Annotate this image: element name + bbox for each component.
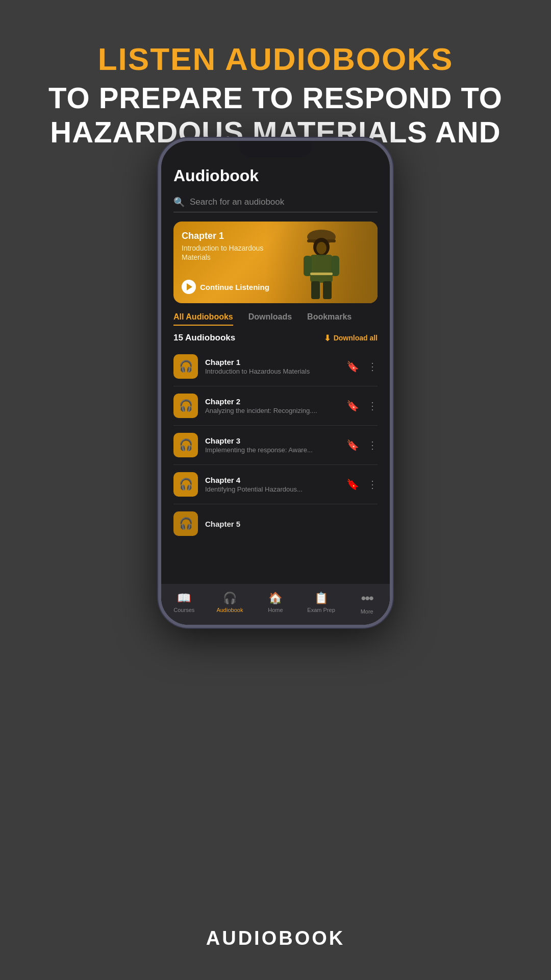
side-button-mute	[158, 223, 159, 248]
phone-frame: Audiobook 🔍 Search for an audiobook	[158, 138, 393, 628]
search-icon: 🔍	[173, 197, 185, 208]
play-icon	[187, 283, 192, 290]
banner-text: Chapter 1 Introduction to Hazardous Mate…	[182, 231, 273, 262]
chapter-thumb-1: 🎧	[173, 354, 198, 379]
chapter-actions-3: 🔖 ⋮	[346, 439, 378, 451]
tabs-container: All Audiobooks Downloads Bookmarks	[161, 303, 390, 326]
home-icon: 🏠	[268, 592, 282, 605]
notch	[240, 141, 311, 157]
chapter-item-5[interactable]: 🎧 Chapter 5	[161, 504, 390, 536]
play-button-circle	[182, 280, 196, 294]
banner[interactable]: Chapter 1 Introduction to Hazardous Mate…	[173, 222, 378, 303]
chapter-info-1: Chapter 1 Introduction to Hazardous Mate…	[205, 358, 339, 375]
bookmark-icon-2[interactable]: 🔖	[346, 400, 359, 412]
exam-prep-icon: 📋	[314, 592, 328, 605]
side-button-vol-up	[158, 258, 159, 299]
chapter-name-5: Chapter 5	[205, 520, 378, 528]
bookmark-icon-3[interactable]: 🔖	[346, 439, 359, 451]
svg-rect-6	[311, 281, 320, 299]
app-title: Audiobook	[173, 166, 378, 185]
banner-title: Introduction to Hazardous Materials	[182, 243, 273, 262]
chapter-thumb-4: 🎧	[173, 472, 198, 497]
chapter-info-2: Chapter 2 Analyzing the incident: Recogn…	[205, 397, 339, 414]
download-all-button[interactable]: ⬇ Download all	[324, 333, 378, 343]
audiobook-icon: 🎧	[223, 592, 237, 605]
headphone-icon-2: 🎧	[179, 399, 193, 412]
continue-listening-button[interactable]: Continue Listening	[182, 280, 269, 294]
search-bar[interactable]: 🔍 Search for an audiobook	[173, 197, 378, 212]
headphone-icon-3: 🎧	[179, 438, 193, 452]
more-dots-1[interactable]: ⋮	[367, 360, 378, 373]
nav-more[interactable]: ••• More	[352, 590, 382, 615]
headphone-icon-1: 🎧	[179, 360, 193, 373]
chapter-name-4: Chapter 4	[205, 476, 339, 484]
more-dots-2[interactable]: ⋮	[367, 400, 378, 412]
tab-all-audiobooks[interactable]: All Audiobooks	[173, 312, 233, 326]
nav-audiobook[interactable]: 🎧 Audiobook	[214, 592, 245, 613]
bottom-label: AUDIOBOOK	[0, 927, 551, 949]
phone-screen: Audiobook 🔍 Search for an audiobook	[161, 141, 390, 625]
chapter-thumb-3: 🎧	[173, 433, 198, 457]
chapter-item-4[interactable]: 🎧 Chapter 4 Identifying Potential Hazard…	[173, 465, 378, 504]
headphone-icon-4: 🎧	[179, 478, 193, 491]
chapter-info-5: Chapter 5	[205, 520, 378, 528]
continue-text: Continue Listening	[200, 283, 269, 291]
banner-chapter: Chapter 1	[182, 231, 273, 241]
nav-home[interactable]: 🏠 Home	[260, 592, 291, 613]
more-label: More	[361, 608, 373, 615]
audiobooks-count: 15 Audiobooks	[173, 333, 235, 343]
chapter-name-1: Chapter 1	[205, 358, 339, 366]
chapter-actions-2: 🔖 ⋮	[346, 400, 378, 412]
more-dots-3[interactable]: ⋮	[367, 439, 378, 451]
chapter-actions-4: 🔖 ⋮	[346, 478, 378, 491]
header-listen: LISTEN AUDIOBOOKS	[31, 41, 520, 77]
nav-exam-prep[interactable]: 📋 Exam Prep	[306, 592, 337, 613]
chapter-actions-1: 🔖 ⋮	[346, 360, 378, 373]
svg-point-8	[316, 242, 327, 254]
bottom-nav: 📖 Courses 🎧 Audiobook 🏠 Home 📋 Exam Prep…	[161, 584, 390, 625]
download-icon: ⬇	[324, 333, 331, 343]
count-row: 15 Audiobooks ⬇ Download all	[161, 326, 390, 347]
chapter-subtitle-4: Identifying Potential Hazardous...	[205, 485, 339, 493]
chapter-name-2: Chapter 2	[205, 397, 339, 406]
svg-rect-3	[310, 255, 333, 283]
side-button-power	[392, 263, 393, 325]
svg-rect-9	[310, 273, 333, 275]
exam-prep-label: Exam Prep	[307, 607, 335, 613]
chapter-item-3[interactable]: 🎧 Chapter 3 Implementing the response: A…	[173, 426, 378, 465]
more-dots-4[interactable]: ⋮	[367, 478, 378, 491]
chapter-item-2[interactable]: 🎧 Chapter 2 Analyzing the incident: Reco…	[173, 386, 378, 426]
chapter-thumb-5: 🎧	[173, 511, 198, 536]
chapter-item-1[interactable]: 🎧 Chapter 1 Introduction to Hazardous Ma…	[173, 347, 378, 386]
download-all-label: Download all	[334, 334, 378, 342]
svg-rect-7	[323, 281, 332, 299]
tab-downloads[interactable]: Downloads	[248, 312, 292, 326]
headphone-icon-5: 🎧	[179, 517, 193, 530]
home-label: Home	[268, 607, 283, 613]
chapter-name-3: Chapter 3	[205, 436, 339, 445]
chapter-subtitle-1: Introduction to Hazardous Materials	[205, 368, 339, 375]
bookmark-icon-1[interactable]: 🔖	[346, 360, 359, 373]
audiobook-label: Audiobook	[216, 607, 243, 613]
chapter-info-4: Chapter 4 Identifying Potential Hazardou…	[205, 476, 339, 493]
nav-courses[interactable]: 📖 Courses	[169, 592, 199, 613]
side-button-vol-down	[158, 309, 159, 350]
tab-bookmarks[interactable]: Bookmarks	[307, 312, 352, 326]
firefighter-svg	[301, 224, 342, 301]
chapter-list: 🎧 Chapter 1 Introduction to Hazardous Ma…	[161, 347, 390, 504]
courses-label: Courses	[173, 607, 194, 613]
courses-icon: 📖	[177, 592, 191, 605]
banner-image	[265, 222, 378, 303]
chapter-info-3: Chapter 3 Implementing the response: Awa…	[205, 436, 339, 454]
chapter-subtitle-3: Implementing the response: Aware...	[205, 446, 339, 454]
screen-content: Audiobook 🔍 Search for an audiobook	[161, 141, 390, 625]
chapter-thumb-2: 🎧	[173, 394, 198, 418]
chapter-subtitle-2: Analyzing the incident: Recognizing....	[205, 407, 339, 414]
more-icon: •••	[361, 590, 372, 606]
search-placeholder: Search for an audiobook	[190, 197, 284, 207]
bookmark-icon-4[interactable]: 🔖	[346, 478, 359, 491]
